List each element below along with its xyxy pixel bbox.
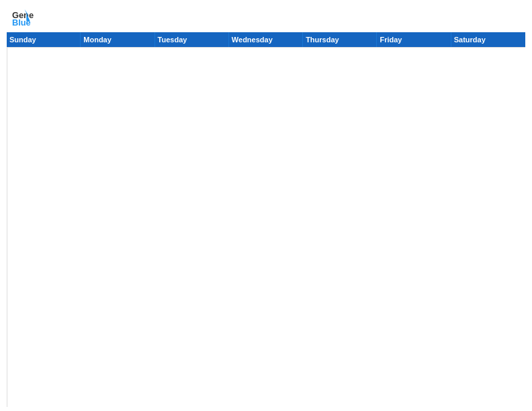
day-header-saturday: Saturday [451, 32, 525, 47]
day-header-monday: Monday [81, 32, 154, 47]
logo-icon: General Blue [12, 9, 34, 28]
day-header-tuesday: Tuesday [155, 32, 229, 47]
calendar: SundayMondayTuesdayWednesdayThursdayFrid… [0, 32, 532, 411]
day-header-friday: Friday [377, 32, 451, 47]
day-header-sunday: Sunday [7, 32, 81, 47]
day-header-wednesday: Wednesday [229, 32, 303, 47]
calendar-grid [7, 47, 525, 407]
header: General Blue [0, 0, 532, 32]
day-headers: SundayMondayTuesdayWednesdayThursdayFrid… [7, 32, 525, 47]
page: General Blue SundayMondayTuesdayWednesda… [0, 0, 532, 411]
logo: General Blue [12, 9, 36, 28]
day-header-thursday: Thursday [303, 32, 377, 47]
